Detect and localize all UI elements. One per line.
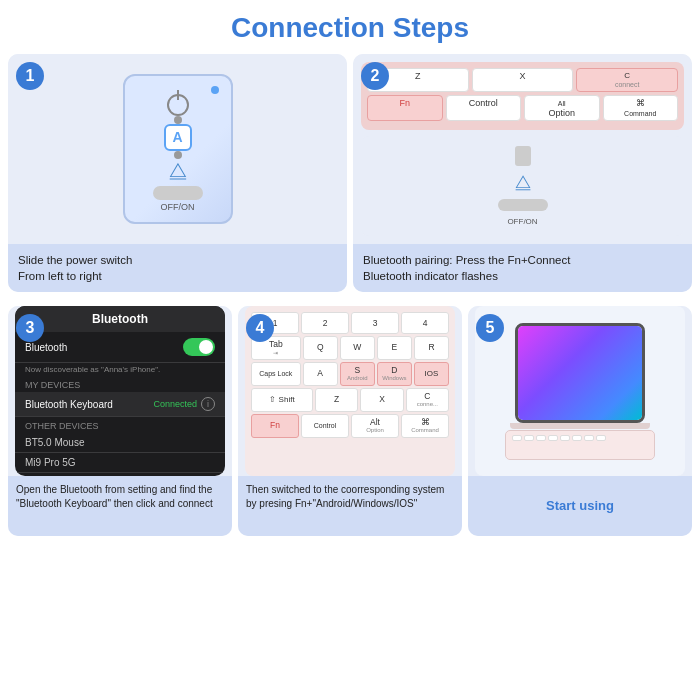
device-indicator-step2 bbox=[515, 146, 531, 166]
step-1-image: 1 A ⧋ OFF/ON bbox=[8, 54, 347, 244]
info-icon: i bbox=[201, 397, 215, 411]
power-switch-step1 bbox=[153, 186, 203, 200]
bt-device-name: Bluetooth Keyboard bbox=[25, 399, 113, 410]
circle-dot-2 bbox=[174, 151, 182, 159]
a-key-box: A bbox=[164, 124, 192, 152]
step-2-box: 2 Z X Cconnect Fn Control AllOption ⌘Com… bbox=[353, 54, 692, 292]
switch-step2 bbox=[498, 199, 548, 211]
mini-key bbox=[560, 435, 570, 441]
kb-row-2: Tab⇥ Q W E R bbox=[251, 336, 449, 360]
key-cmd2: ⌘Command bbox=[401, 414, 449, 438]
key-fn: Fn bbox=[367, 95, 443, 121]
step-1-box: 1 A ⧋ OFF/ON Slide the power switchFrom … bbox=[8, 54, 347, 292]
key-ios: IOS bbox=[414, 362, 449, 386]
power-icon-step1 bbox=[167, 94, 189, 116]
bt-device-row: Bluetooth Keyboard Connected i bbox=[15, 392, 225, 417]
bt-other-devices-label: OTHER DEVICES bbox=[15, 417, 225, 433]
step-4-image: 4 1 2 3 4 Tab⇥ Q W E R bbox=[238, 306, 462, 476]
tablet-assembly bbox=[505, 323, 655, 460]
bt-other-device-3: OPPO R15 bbox=[15, 473, 225, 476]
kb-row-4: ⇧ Shift Z X Cconne... bbox=[251, 388, 449, 412]
key-d-windows: DWindows bbox=[377, 362, 412, 386]
tablet-setup-image bbox=[475, 306, 685, 476]
bt-discoverable-text: Now discoverable as "Anna's iPhone". bbox=[15, 363, 225, 376]
mini-key bbox=[536, 435, 546, 441]
bluetooth-icon-step2: ⧋ bbox=[515, 172, 531, 193]
mini-key bbox=[572, 435, 582, 441]
bt-other-device-2: Mi9 Pro 5G bbox=[15, 453, 225, 473]
key-caps: Caps Lock bbox=[251, 362, 301, 386]
bt-device-status-area: Connected i bbox=[153, 397, 215, 411]
bt-toggle-switch bbox=[183, 338, 215, 356]
tablet-hinge bbox=[510, 423, 650, 429]
switch-label-step1: OFF/ON bbox=[161, 202, 195, 212]
off-on-label-step2: OFF/ON bbox=[507, 217, 537, 226]
mini-key bbox=[596, 435, 606, 441]
step2-keys-top: Z X Cconnect Fn Control AllOption ⌘Comma… bbox=[361, 62, 684, 130]
key-3: 3 bbox=[351, 312, 399, 334]
kb-row-1: 1 2 3 4 bbox=[251, 312, 449, 334]
circle-dot-1 bbox=[174, 116, 182, 124]
bt-my-devices-label: MY DEVICES bbox=[15, 376, 225, 392]
mini-key bbox=[548, 435, 558, 441]
step2-device-bottom: ⧋ OFF/ON bbox=[361, 136, 684, 236]
step-4-number: 4 bbox=[246, 314, 274, 342]
bluetooth-dot-step1 bbox=[211, 86, 219, 94]
step-5-number: 5 bbox=[476, 314, 504, 342]
bt-settings-panel: Bluetooth Bluetooth Now discoverable as … bbox=[15, 306, 225, 476]
step-5-caption: Start using bbox=[468, 476, 692, 536]
key-e: E bbox=[377, 336, 412, 360]
key-fn2: Fn bbox=[251, 414, 299, 438]
step-3-caption: Open the Bluetooth from setting and find… bbox=[8, 476, 232, 536]
step-3-image: 3 Bluetooth Bluetooth Now discoverable a… bbox=[8, 306, 232, 476]
step2-row2: Fn Control AllOption ⌘Command bbox=[367, 95, 678, 121]
kb-keys-small bbox=[506, 431, 654, 445]
key-w: W bbox=[340, 336, 375, 360]
tablet-keyboard-step5 bbox=[505, 430, 655, 460]
tablet-screen bbox=[518, 326, 642, 420]
step-4-caption: Then switched to the coorresponding syst… bbox=[238, 476, 462, 536]
step-3-number: 3 bbox=[16, 314, 44, 342]
step-2-number: 2 bbox=[361, 62, 389, 90]
keyboard-layout-step4: 1 2 3 4 Tab⇥ Q W E R Caps Lock A SAn bbox=[245, 306, 455, 476]
key-r: R bbox=[414, 336, 449, 360]
step-2-caption: Bluetooth pairing: Press the Fn+ConnectB… bbox=[353, 244, 692, 292]
key-connect: Cconnect bbox=[576, 68, 678, 92]
key-s-android: SAndroid bbox=[340, 362, 375, 386]
key-a: A bbox=[303, 362, 338, 386]
top-steps: 1 A ⧋ OFF/ON Slide the power switchFrom … bbox=[0, 54, 700, 306]
step-2-image: 2 Z X Cconnect Fn Control AllOption ⌘Com… bbox=[353, 54, 692, 244]
key-q: Q bbox=[303, 336, 338, 360]
key-control: Control bbox=[446, 95, 522, 121]
step-3-box: 3 Bluetooth Bluetooth Now discoverable a… bbox=[8, 306, 232, 536]
bt-connected-text: Connected bbox=[153, 399, 197, 409]
kb-row-3: Caps Lock A SAndroid DWindows IOS bbox=[251, 362, 449, 386]
bluetooth-icon-step1: ⧋ bbox=[169, 159, 187, 182]
key-shift: ⇧ Shift bbox=[251, 388, 313, 412]
bt-toggle-label: Bluetooth bbox=[25, 342, 67, 353]
kb-row-5: Fn Control AltOption ⌘Command bbox=[251, 414, 449, 438]
tablet-body bbox=[515, 323, 645, 423]
step-5-image: 5 bbox=[468, 306, 692, 476]
key-x: X bbox=[472, 68, 574, 92]
key-option: AllOption bbox=[524, 95, 600, 121]
key-ctrl2: Control bbox=[301, 414, 349, 438]
step-4-box: 4 1 2 3 4 Tab⇥ Q W E R bbox=[238, 306, 462, 536]
step-5-box: 5 bbox=[468, 306, 692, 536]
bt-other-device-1: BT5.0 Mouse bbox=[15, 433, 225, 453]
mini-key bbox=[584, 435, 594, 441]
bt-toggle-row: Bluetooth bbox=[15, 332, 225, 363]
mini-key bbox=[524, 435, 534, 441]
step2-row1: Z X Cconnect bbox=[367, 68, 678, 92]
key-4: 4 bbox=[401, 312, 449, 334]
key-c-connect: Cconne... bbox=[406, 388, 449, 412]
mini-key bbox=[512, 435, 522, 441]
step-1-caption: Slide the power switchFrom left to right bbox=[8, 244, 347, 292]
bt-settings-header: Bluetooth bbox=[15, 306, 225, 332]
step-1-number: 1 bbox=[16, 62, 44, 90]
keyboard-device-step1: A ⧋ OFF/ON bbox=[123, 74, 233, 224]
key-z2: Z bbox=[315, 388, 358, 412]
key-x2: X bbox=[360, 388, 403, 412]
page-title: Connection Steps bbox=[0, 0, 700, 54]
key-alt: AltOption bbox=[351, 414, 399, 438]
